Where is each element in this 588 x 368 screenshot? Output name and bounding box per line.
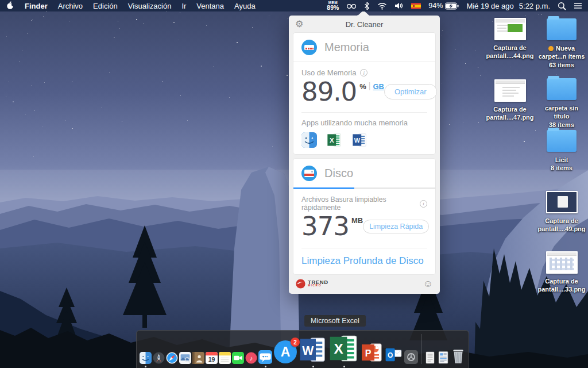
wifi-icon[interactable] — [377, 2, 387, 10]
dock-safari-icon[interactable] — [166, 352, 178, 364]
disk-section-title: Disco — [324, 167, 353, 180]
dock-messages-icon[interactable] — [258, 350, 272, 364]
desktop-file-captura33[interactable]: Captura depantall....33.png — [537, 251, 586, 294]
disk-section-icon — [301, 166, 317, 181]
menu-finder[interactable]: Finder — [25, 2, 48, 10]
junk-files-label: Archivos Basura limpiables rápidamente — [301, 195, 416, 212]
dock-utility-icon[interactable] — [404, 350, 418, 364]
dock-launchpad-icon[interactable] — [153, 352, 165, 364]
apple-menu-icon[interactable] — [6, 1, 14, 12]
memory-card: Memoria Uso de Memoria i 89.0 % | GB Opt… — [293, 33, 435, 154]
dock-finder-icon[interactable] — [140, 352, 152, 364]
dock: 19 ♪ A 2 W X P O — [136, 330, 469, 368]
svg-text:O: O — [388, 351, 393, 359]
finder-app-icon[interactable] — [301, 132, 317, 147]
menu-visualizacion[interactable]: Visualización — [128, 2, 172, 10]
dock-divider — [421, 334, 421, 364]
svg-text:♪: ♪ — [250, 355, 253, 362]
folder-icon — [547, 78, 577, 100]
svg-text:X: X — [334, 341, 343, 356]
dock-facetime-icon[interactable] — [232, 352, 244, 364]
menu-bar: Finder Archivo Edición Visualización Ir … — [0, 0, 588, 12]
dock-tooltip: Microsoft Excel — [304, 315, 366, 327]
bluetooth-icon[interactable] — [364, 2, 370, 10]
dock-appstore-icon[interactable]: A 2 — [273, 340, 297, 364]
dock-clipboard-icon[interactable] — [437, 351, 450, 364]
folder-icon — [547, 130, 577, 152]
dr-cleaner-popover: Dr. Cleaner ⚙ Memoria Uso de Memoria i 8… — [289, 16, 440, 294]
unit-percent-toggle: % — [359, 82, 366, 91]
disk-info-icon[interactable]: i — [420, 200, 427, 208]
svg-text:A: A — [281, 344, 291, 359]
dock-outlook-icon[interactable]: O — [385, 346, 403, 364]
menu-ventana[interactable]: Ventana — [196, 2, 224, 10]
svg-text:W: W — [302, 344, 314, 358]
menu-edicion[interactable]: Edición — [93, 2, 118, 10]
spotlight-search-icon[interactable] — [558, 2, 566, 10]
dock-itunes-icon[interactable]: ♪ — [245, 352, 257, 364]
desktop-folder-nueva[interactable]: Nueva carpet...n ítems63 ítems — [537, 15, 586, 69]
quick-clean-button[interactable]: Limpieza Rápida — [363, 220, 429, 233]
svg-text:W: W — [354, 137, 361, 144]
optimize-button[interactable]: Optimizar — [384, 84, 437, 99]
svg-text:P: P — [365, 348, 372, 358]
dock-word-icon[interactable]: W — [299, 335, 327, 364]
deep-clean-link[interactable]: Limpieza Profunda de Disco — [301, 255, 427, 267]
keyboard-layout-spain-flag-icon[interactable] — [411, 3, 421, 9]
memory-status-indicator[interactable]: MEM 89% — [327, 1, 339, 11]
apps-memory-label: Apps utilizando mucha memoria — [301, 118, 427, 127]
dock-contacts-icon[interactable] — [192, 352, 204, 364]
popover-title: Dr. Cleaner — [289, 20, 440, 29]
memory-section-title: Memoria — [324, 41, 369, 54]
dock-calendar-icon[interactable]: 19 — [206, 352, 218, 364]
memory-section-icon — [301, 40, 317, 55]
unit-gb-toggle[interactable]: GB — [373, 82, 384, 91]
desktop: Finder Archivo Edición Visualización Ir … — [0, 0, 588, 368]
dock-powerpoint-icon[interactable]: P — [361, 341, 384, 364]
volume-icon[interactable] — [394, 2, 404, 10]
dock-document-icon[interactable] — [424, 351, 436, 364]
notification-center-icon[interactable] — [574, 2, 582, 9]
dock-preview-icon[interactable] — [179, 352, 191, 364]
memory-usage-label: Uso de Memoria — [301, 68, 356, 77]
desktop-file-captura49[interactable]: Captura depantall....49.png — [537, 191, 586, 233]
junk-size-value: 373 — [301, 213, 349, 240]
excel-app-icon[interactable]: X — [327, 132, 342, 147]
dock-notes-icon[interactable] — [219, 352, 231, 364]
menu-archivo[interactable]: Archivo — [58, 2, 83, 10]
svg-text:19: 19 — [208, 356, 215, 363]
desktop-file-captura44[interactable]: Captura depantall....44.png — [486, 18, 534, 60]
unit-mb-label: MB — [351, 216, 363, 225]
word-app-icon[interactable]: W — [352, 132, 368, 147]
orange-tag-dot — [548, 46, 554, 51]
menu-ir[interactable]: Ir — [181, 2, 186, 10]
menu-bar-clock[interactable]: Mié 19 de ago 5:22 p.m. — [466, 2, 550, 10]
trend-micro-logo: TREND MICRO — [296, 279, 328, 289]
menu-ayuda[interactable]: Ayuda — [234, 2, 256, 10]
glasses-icon[interactable] — [346, 2, 357, 10]
dock-excel-icon[interactable]: X — [328, 333, 359, 364]
disk-card: Disco Archivos Basura limpiables rápidam… — [293, 159, 435, 274]
memory-usage-value: 89.0 — [301, 78, 357, 105]
desktop-folder-licit[interactable]: Licit8 ítems — [537, 126, 586, 172]
folder-icon — [547, 18, 577, 40]
svg-text:X: X — [330, 137, 334, 144]
battery-indicator[interactable]: 94% — [428, 2, 459, 10]
desktop-folder-sin-titulo[interactable]: carpeta sintítulo38 ítems — [537, 75, 586, 129]
dock-trash-icon[interactable] — [451, 349, 466, 364]
desktop-file-captura47[interactable]: Captura depantall....47.png — [486, 79, 534, 122]
memory-info-icon[interactable]: i — [360, 69, 368, 76]
feedback-smiley-icon[interactable]: ☺ — [423, 279, 433, 289]
